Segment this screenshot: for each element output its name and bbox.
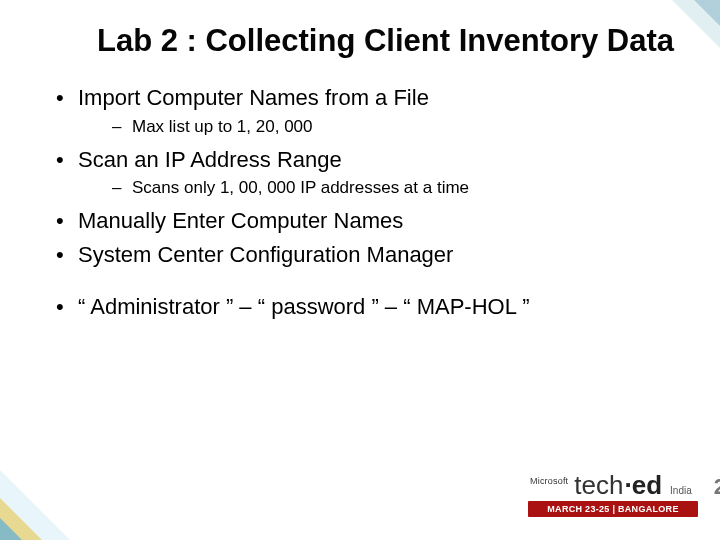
badge-brand-tech: tech [574, 472, 623, 498]
slide-title: Lab 2 : Collecting Client Inventory Data [88, 22, 674, 59]
badge-brand-ed: ·ed [624, 472, 662, 498]
bullet-list: Import Computer Names from a File Max li… [52, 83, 684, 269]
bullet-import: Import Computer Names from a File Max li… [52, 83, 684, 138]
bullet-import-text: Import Computer Names from a File [78, 85, 429, 110]
bullet-scan-text: Scan an IP Address Range [78, 147, 342, 172]
subbullet-maxlist: Max list up to 1, 20, 000 [112, 115, 684, 139]
badge-region: India [670, 485, 692, 496]
bullet-list-2: “ Administrator ” – “ password ” – “ MAP… [52, 292, 684, 322]
badge-year: 2011 [714, 476, 720, 498]
subbullet-scanlimit: Scans only 1, 00, 000 IP addresses at a … [112, 176, 684, 200]
slide: Lab 2 : Collecting Client Inventory Data… [0, 0, 720, 540]
bullet-scan: Scan an IP Address Range Scans only 1, 0… [52, 145, 684, 200]
bullet-manual: Manually Enter Computer Names [52, 206, 684, 236]
badge-company: Microsoft [530, 476, 568, 486]
event-badge: Microsoft tech ·ed India 2011 MARCH 23-2… [528, 472, 698, 526]
badge-footer: MARCH 23-25 | BANGALORE [528, 501, 698, 517]
bullet-credentials: “ Administrator ” – “ password ” – “ MAP… [52, 292, 684, 322]
bullet-sccm: System Center Configuration Manager [52, 240, 684, 270]
